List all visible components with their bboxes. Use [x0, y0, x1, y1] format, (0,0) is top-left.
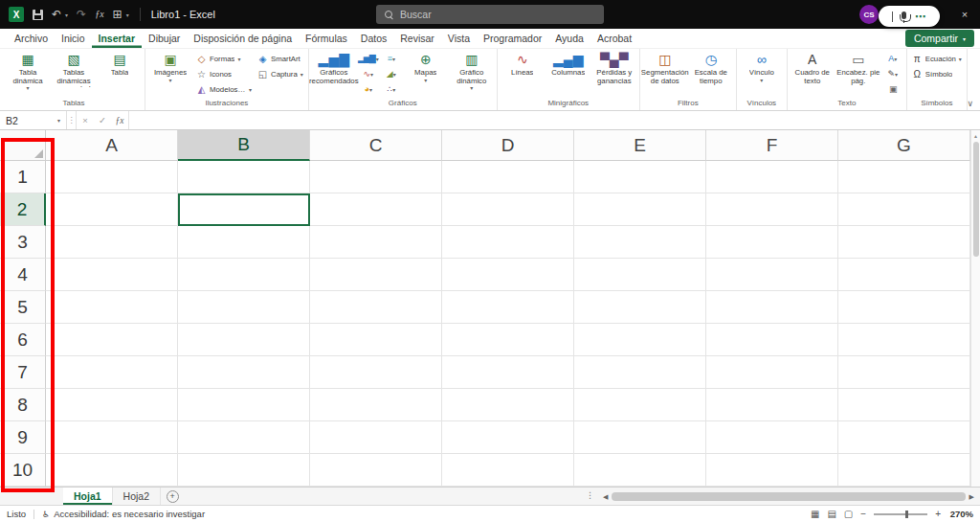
column-header-c[interactable]: C [310, 130, 442, 161]
cell-E6[interactable] [574, 324, 706, 356]
cell-B9[interactable] [178, 421, 310, 454]
sparkline-column-button[interactable]: ▂▄▆Columnas [546, 51, 590, 97]
cell-F4[interactable] [706, 259, 838, 291]
microphone-icon[interactable] [902, 11, 906, 19]
timeline-button[interactable]: ◷Escala de tiempo [689, 51, 733, 97]
cell-C2[interactable] [310, 193, 442, 226]
cell-C7[interactable] [310, 356, 442, 389]
undo-caret-icon[interactable]: ▾ [65, 11, 68, 18]
sparkline-winloss-button[interactable]: ▀▄▀Pérdidas y ganancias [592, 51, 636, 97]
recommended-charts-button[interactable]: ▂▅▇Gráficos recomendados [312, 51, 356, 97]
signature-line-button[interactable]: ✎▾ [882, 66, 903, 81]
cell-A1[interactable] [46, 161, 178, 193]
tab-formulas[interactable]: Fórmulas [299, 33, 354, 48]
cell-D10[interactable] [442, 454, 574, 487]
zoom-level[interactable]: 270% [948, 509, 973, 519]
tab-archivo[interactable]: Archivo [8, 33, 55, 48]
equation-button[interactable]: πEcuación▾ [910, 51, 964, 66]
search-input[interactable]: Buscar [376, 5, 604, 24]
column-header-a[interactable]: A [46, 130, 178, 161]
avatar[interactable]: CS [859, 5, 879, 24]
cell-C5[interactable] [310, 291, 442, 324]
pivot-chart-button[interactable]: ▥Gráfico dinámico▾ [450, 51, 494, 97]
tab-programador[interactable]: Programador [477, 33, 548, 48]
tab-ayuda[interactable]: Ayuda [548, 33, 590, 48]
cell-A10[interactable] [46, 454, 178, 487]
zoom-slider[interactable] [874, 513, 927, 515]
cell-B10[interactable] [178, 454, 310, 487]
add-sheet-button[interactable]: + [161, 488, 184, 505]
cell-F9[interactable] [706, 421, 838, 454]
smartart-button[interactable]: ◈SmartArt [256, 51, 305, 66]
cell-G8[interactable] [838, 389, 970, 421]
cell-B3[interactable] [178, 226, 310, 259]
tab-revisar[interactable]: Revisar [393, 33, 441, 48]
cell-G7[interactable] [838, 356, 970, 389]
cell-F1[interactable] [706, 161, 838, 193]
cell-E5[interactable] [574, 291, 706, 324]
horizontal-scrollbar[interactable]: ◀ ▶ [603, 490, 974, 503]
tab-acrobat[interactable]: Acrobat [590, 33, 638, 48]
wordart-button[interactable]: A▾ [882, 51, 903, 66]
name-box[interactable]: B2 ▾ [0, 111, 67, 129]
row-header-2[interactable]: 2 [0, 193, 46, 226]
cell-G4[interactable] [838, 259, 970, 291]
cell-A2[interactable] [46, 193, 178, 226]
customize-caret-icon[interactable]: ▾ [126, 11, 129, 18]
vertical-scrollbar[interactable]: ▴ [970, 130, 980, 487]
header-footer-button[interactable]: ▭Encabez. pie pág. [836, 51, 880, 97]
page-break-view-icon[interactable]: ▢ [844, 509, 853, 519]
cell-D1[interactable] [442, 161, 574, 193]
cell-B8[interactable] [178, 389, 310, 421]
tab-inicio[interactable]: Inicio [55, 33, 92, 48]
cell-F7[interactable] [706, 356, 838, 389]
redo-icon[interactable]: ↷ [77, 9, 86, 20]
row-header-9[interactable]: 9 [0, 421, 46, 454]
link-button[interactable]: ∞Vínculo▾ [740, 51, 784, 97]
sheet-tab-hoja1[interactable]: Hoja1 [63, 488, 113, 505]
vertical-scroll-thumb[interactable] [973, 142, 979, 257]
cell-C8[interactable] [310, 389, 442, 421]
pivot-table-button[interactable]: ▦Tabla dinámica▾ [6, 51, 50, 97]
page-layout-view-icon[interactable]: ▤ [827, 509, 835, 519]
cell-D4[interactable] [442, 259, 574, 291]
cell-C9[interactable] [310, 421, 442, 454]
cell-G2[interactable] [838, 193, 970, 226]
row-header-5[interactable]: 5 [0, 291, 46, 324]
cell-F6[interactable] [706, 324, 838, 356]
cell-B5[interactable] [178, 291, 310, 324]
cell-C6[interactable] [310, 324, 442, 356]
formula-input[interactable] [128, 111, 980, 129]
tab-datos[interactable]: Datos [354, 33, 393, 48]
text-box-button[interactable]: ACuadro de texto [791, 51, 835, 97]
column-chart-button[interactable]: ▂▅▇▾ [358, 51, 379, 66]
tab-disposicion-de-pagina[interactable]: Disposición de página [187, 33, 299, 48]
insert-function-icon[interactable]: ƒx [95, 10, 103, 19]
bar-chart-button[interactable]: ≡▾ [381, 51, 402, 66]
cell-G10[interactable] [838, 454, 970, 487]
cell-G9[interactable] [838, 421, 970, 454]
cell-D2[interactable] [442, 193, 574, 226]
row-header-7[interactable]: 7 [0, 356, 46, 389]
area-chart-button[interactable]: ◢▾ [381, 66, 402, 81]
insert-function-fx-icon[interactable]: ƒx [111, 111, 128, 129]
share-button[interactable]: Compartir ▾ [905, 30, 974, 47]
scatter-chart-button[interactable]: ∴▾ [381, 81, 402, 97]
row-header-4[interactable]: 4 [0, 259, 46, 291]
maps-button[interactable]: ⊕Mapas▾ [404, 51, 448, 97]
row-header-6[interactable]: 6 [0, 324, 46, 356]
cell-D7[interactable] [442, 356, 574, 389]
images-button[interactable]: ▣Imágenes▾ [148, 51, 192, 97]
collapse-ribbon-button[interactable]: ∨ [967, 99, 973, 108]
accessibility-status[interactable]: ♿ Accesibilidad: es necesario investigar [42, 509, 205, 519]
row-header-3[interactable]: 3 [0, 226, 46, 259]
more-options-icon[interactable]: ⋯ [915, 11, 926, 23]
cell-E7[interactable] [574, 356, 706, 389]
sparkline-line-button[interactable]: ∿Líneas [501, 51, 545, 97]
close-button[interactable]: × [949, 0, 980, 29]
cell-E9[interactable] [574, 421, 706, 454]
slicer-button[interactable]: ◫Segmentación de datos [643, 51, 687, 97]
cell-D9[interactable] [442, 421, 574, 454]
cell-A9[interactable] [46, 421, 178, 454]
cell-B7[interactable] [178, 356, 310, 389]
